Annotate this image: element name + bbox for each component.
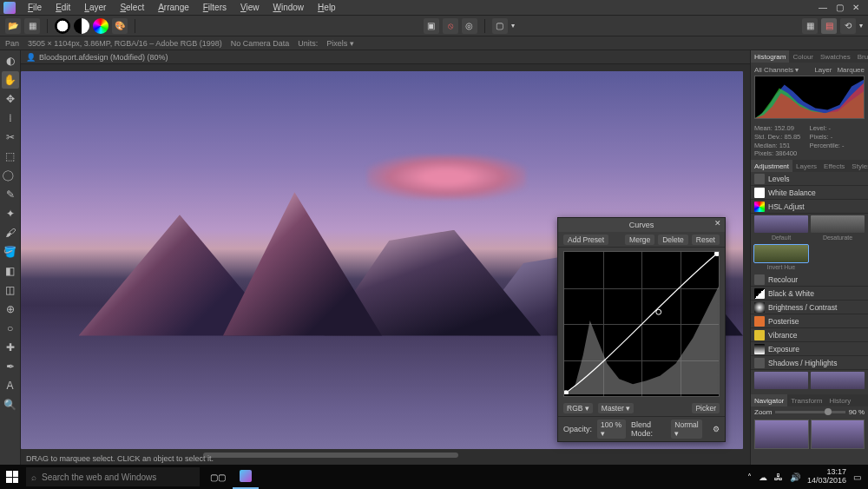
master-dropdown[interactable]: Master ▾ — [598, 403, 634, 413]
notifications-icon[interactable]: ▭ — [853, 472, 861, 482]
adjustment-exposure[interactable]: Exposure — [751, 342, 868, 356]
palette-icon[interactable]: 🎨 — [112, 18, 128, 34]
gear-icon[interactable]: ⚙ — [713, 425, 720, 433]
hand-tool-icon[interactable]: ✋ — [2, 71, 19, 89]
lasso-tool-icon[interactable]: ⃝ — [2, 167, 19, 184]
maximize-icon[interactable]: ▢ — [836, 3, 844, 12]
preset-invert-hue[interactable]: Invert Hue — [754, 245, 808, 262]
curves-graph[interactable] — [563, 251, 720, 397]
quickmask-icon[interactable]: ▣ — [424, 18, 439, 34]
zoom-slider[interactable] — [775, 411, 845, 413]
marquee-tool-icon[interactable]: ⬚ — [2, 148, 19, 165]
eyedropper-icon[interactable]: ◐ — [2, 52, 19, 69]
merge-button[interactable]: Merge — [625, 235, 654, 245]
tab-adjustment[interactable]: Adjustment — [751, 160, 792, 172]
adjustment-shadows-highlights[interactable]: Shadows / Highlights — [751, 356, 868, 370]
add-preset-button[interactable]: Add Preset — [563, 235, 608, 245]
menu-arrange[interactable]: Arrange — [151, 3, 196, 12]
volume-icon[interactable]: 🔊 — [790, 472, 800, 482]
fill-tool-icon[interactable]: 🪣 — [2, 243, 19, 261]
network-icon[interactable]: 🖧 — [774, 472, 783, 482]
clock[interactable]: 13:17 14/03/2016 — [807, 468, 846, 486]
zoom-tool-icon[interactable]: 🔍 — [2, 396, 19, 413]
picker-button[interactable]: Picker — [692, 403, 720, 413]
curves-titlebar[interactable]: Curves ✕ — [558, 218, 725, 232]
tab-swatches[interactable]: Swatches — [817, 50, 854, 63]
text-tool-icon[interactable]: A — [2, 377, 19, 394]
search-input[interactable]: ⌕ Search the web and Windows — [26, 467, 200, 486]
channel-dropdown[interactable]: RGB ▾ — [563, 403, 593, 413]
menu-edit[interactable]: Edit — [49, 3, 77, 12]
selection-brush-icon[interactable]: ✎ — [2, 186, 19, 203]
adjustment-levels[interactable]: Levels — [751, 172, 868, 186]
navigator-thumbnail[interactable] — [811, 420, 865, 449]
menu-help[interactable]: Help — [311, 3, 343, 12]
raster-icon[interactable]: ▦ — [24, 18, 40, 34]
close-icon[interactable]: ✕ — [714, 219, 721, 228]
hist-marquee-toggle[interactable]: Marquee — [837, 66, 865, 74]
tab-navigator[interactable]: Navigator — [751, 394, 787, 406]
tray-chevron-icon[interactable]: ˄ — [747, 472, 752, 482]
tab-transform[interactable]: Transform — [787, 394, 825, 406]
target-icon[interactable]: ◎ — [462, 18, 477, 34]
chevron-down-icon[interactable]: ▾ — [511, 22, 515, 30]
tab-history[interactable]: History — [825, 394, 854, 406]
assistant-icon[interactable]: ▦ — [802, 18, 818, 34]
adjustment-posterise[interactable]: Posterise — [751, 314, 868, 328]
units-dropdown[interactable]: Pixels ▾ — [326, 39, 354, 48]
crop-tool-icon[interactable]: ✂ — [2, 129, 19, 146]
start-button[interactable] — [0, 465, 24, 489]
adjustment-black-white[interactable]: Black & White — [751, 287, 868, 301]
horizontal-scrollbar[interactable] — [203, 453, 458, 458]
cancel-icon[interactable]: ⦸ — [443, 18, 458, 34]
color-picker-icon[interactable]: ⁞ — [2, 109, 19, 127]
pen-tool-icon[interactable]: ✒ — [2, 358, 19, 375]
menu-layer[interactable]: Layer — [77, 3, 113, 12]
tab-layers[interactable]: Layers — [792, 160, 820, 172]
adjustment-white-balance[interactable]: White Balance — [751, 186, 868, 200]
dodge-tool-icon[interactable]: ○ — [2, 320, 19, 337]
opacity-field[interactable]: 100 % ▾ — [597, 420, 626, 439]
close-icon[interactable]: ✕ — [852, 3, 859, 12]
tab-histogram[interactable]: Histogram — [751, 50, 789, 63]
half-circle-icon[interactable] — [74, 18, 89, 34]
tab-effects[interactable]: Effects — [820, 160, 848, 172]
open-icon[interactable]: 📂 — [5, 18, 21, 34]
onedrive-icon[interactable]: ☁ — [759, 472, 767, 482]
menu-view[interactable]: View — [233, 3, 266, 12]
navigator-thumbnail[interactable] — [754, 420, 809, 449]
paint-brush-icon[interactable]: 🖌 — [2, 224, 19, 241]
flood-select-icon[interactable]: ✦ — [2, 205, 19, 222]
blend-mode-dropdown[interactable]: Normal ▾ — [671, 420, 702, 439]
bw-circle-icon[interactable] — [55, 18, 70, 34]
hist-layer-toggle[interactable]: Layer — [814, 66, 832, 74]
adjustment-brightness-contrast[interactable]: Brightness / Contrast — [751, 301, 868, 314]
menu-filters[interactable]: Filters — [196, 3, 233, 12]
minimize-icon[interactable]: — — [819, 3, 827, 12]
menu-window[interactable]: Window — [266, 3, 312, 12]
color-wheel-icon[interactable] — [93, 18, 108, 34]
document-tab[interactable]: 👤 Bloodsport.afdesign (Modified) (80%) — [21, 50, 750, 64]
move-tool-icon[interactable]: ✥ — [2, 90, 19, 108]
reset-button[interactable]: Reset — [692, 235, 720, 245]
menu-select[interactable]: Select — [113, 3, 151, 12]
curves-panel[interactable]: Curves ✕ Add Preset Merge Delete Reset R… — [557, 217, 726, 442]
grid-icon[interactable]: ▤ — [821, 18, 837, 34]
zoom-value[interactable]: 90 % — [849, 408, 865, 416]
tab-colour[interactable]: Colour — [789, 50, 817, 63]
adjustment-recolour[interactable]: Recolour — [751, 273, 868, 287]
tab-brushes[interactable]: Brushes — [854, 50, 868, 63]
chevron-down-icon[interactable]: ▾ — [859, 22, 863, 30]
menu-file[interactable]: File — [21, 3, 49, 12]
task-view-icon[interactable]: ▢▢ — [205, 465, 231, 489]
snap-icon[interactable]: ▢ — [492, 18, 508, 34]
delete-button[interactable]: Delete — [658, 235, 688, 245]
adjustment-vibrance[interactable]: Vibrance — [751, 328, 868, 342]
adjustment-hsl[interactable]: HSL Adjust — [751, 200, 868, 214]
eraser-tool-icon[interactable]: ◫ — [2, 281, 19, 299]
taskbar-app-affinity[interactable] — [233, 465, 259, 489]
preset-thumb[interactable] — [811, 372, 865, 389]
preset-default[interactable]: Default — [754, 215, 808, 233]
preset-thumb[interactable] — [754, 372, 808, 389]
channel-dropdown[interactable]: All Channels ▾ — [754, 66, 799, 74]
